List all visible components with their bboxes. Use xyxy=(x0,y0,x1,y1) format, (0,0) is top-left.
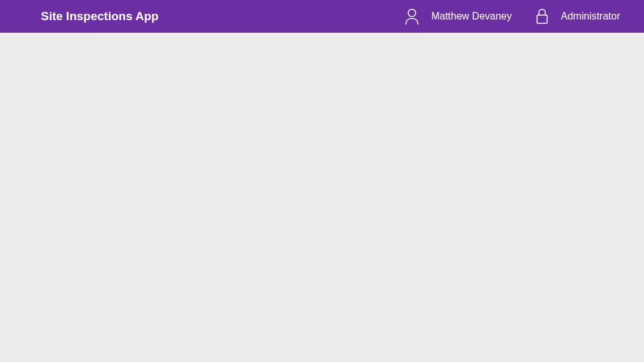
lock-icon xyxy=(535,8,550,25)
user-info[interactable]: Matthew Devaney xyxy=(404,8,512,25)
svg-rect-1 xyxy=(537,15,547,23)
user-name-label: Matthew Devaney xyxy=(431,11,512,22)
role-label: Administrator xyxy=(561,11,620,22)
app-header: Site Inspections App Matthew Devaney Adm… xyxy=(0,0,644,33)
app-title: Site Inspections App xyxy=(41,9,404,23)
svg-point-0 xyxy=(408,9,416,17)
user-icon xyxy=(404,8,420,25)
role-info[interactable]: Administrator xyxy=(535,8,620,25)
header-right-section: Matthew Devaney Administrator xyxy=(404,8,631,25)
main-content xyxy=(0,33,644,362)
